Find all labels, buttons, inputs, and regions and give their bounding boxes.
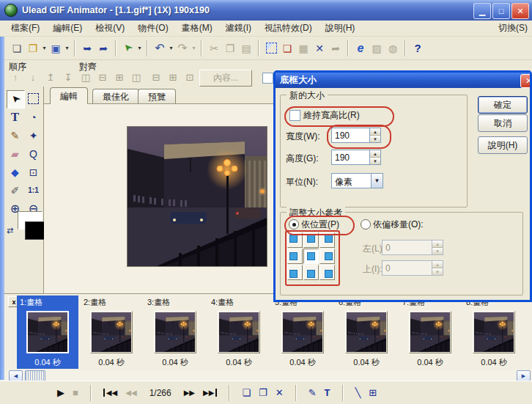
add-image-icon[interactable]: ➥: [79, 40, 95, 56]
height-spinner[interactable]: 190 ▲▼: [331, 150, 381, 165]
context-help-icon[interactable]: ?: [410, 40, 426, 56]
transform-tool[interactable]: ⊡: [25, 164, 42, 180]
eraser-tool[interactable]: ▰: [7, 145, 23, 162]
anchor-top-left[interactable]: [287, 232, 303, 248]
by-position-radio[interactable]: [289, 219, 299, 229]
scrollbar-thumb[interactable]: [25, 370, 45, 381]
trim-icon[interactable]: ✕: [311, 40, 328, 56]
pick-tool[interactable]: ➤: [7, 90, 25, 109]
selection-mode-icon[interactable]: ➤: [120, 40, 136, 56]
first-frame-icon[interactable]: ◀◀: [103, 389, 117, 397]
anchor-bottom-right[interactable]: [319, 265, 335, 280]
scroll-right-icon[interactable]: ▶: [517, 370, 531, 381]
center-both-icon[interactable]: ⊡: [182, 70, 198, 84]
by-offset-label[interactable]: 依偏移量(O):: [373, 218, 424, 231]
by-offset-radio[interactable]: [361, 219, 371, 229]
clipped-checkbox[interactable]: [262, 73, 273, 84]
frame-cell-6[interactable]: 6:畫格 0.04 秒: [336, 295, 397, 369]
align-top-icon[interactable]: ⊞: [111, 70, 128, 84]
stop-icon[interactable]: ■: [73, 387, 78, 398]
browser-preview-icon[interactable]: e: [352, 40, 369, 56]
menu-video-fx[interactable]: 視訊特效(D): [258, 21, 319, 36]
redo-dropdown-icon[interactable]: ▾: [191, 45, 197, 51]
close-button[interactable]: ✕: [511, 3, 529, 19]
export-icon[interactable]: ➦: [328, 40, 344, 56]
frame-cell-5[interactable]: 5:畫格 0.04 秒: [272, 295, 333, 369]
keep-aspect-label[interactable]: 維持寬高比(R): [303, 109, 360, 122]
menu-help[interactable]: 說明(H): [319, 21, 362, 36]
text-tool[interactable]: T: [7, 109, 23, 125]
anchor-bottom-left[interactable]: [287, 265, 303, 280]
anchor-middle-left[interactable]: [287, 249, 303, 264]
play-icon[interactable]: ▶: [57, 387, 64, 398]
undo-dropdown-icon[interactable]: ▾: [168, 45, 174, 51]
align-bottom-icon[interactable]: ◫: [128, 70, 144, 84]
save-dropdown-icon[interactable]: ▾: [64, 45, 70, 51]
delete-frame-icon[interactable]: ✕: [276, 387, 284, 398]
actual-size-tool[interactable]: 1:1: [25, 182, 42, 199]
frame-size-icon[interactable]: [263, 40, 279, 56]
anchor-bottom-center[interactable]: [303, 265, 319, 280]
frame-cell-8[interactable]: 8:畫格 0.04 秒: [463, 295, 525, 369]
menu-frame[interactable]: 畫格(M): [175, 21, 219, 36]
add-frame-icon[interactable]: ❏: [242, 387, 251, 398]
cancel-button[interactable]: 取消: [478, 114, 528, 132]
paste-icon[interactable]: ▤: [238, 40, 254, 56]
frame-cell-4[interactable]: 4:畫格 0.04 秒: [208, 295, 270, 369]
align-left-icon[interactable]: ◫: [78, 70, 94, 84]
tab-preview[interactable]: 預覽: [138, 89, 176, 104]
frame-cell-3[interactable]: 3:畫格 0.04 秒: [144, 295, 206, 369]
move-down-icon[interactable]: ↓: [25, 70, 41, 84]
minimize-button[interactable]: ▁: [473, 3, 491, 19]
menu-file[interactable]: 檔案(F): [4, 21, 46, 36]
unit-dropdown[interactable]: 像素 ▼: [331, 173, 383, 188]
center-horizontal-icon[interactable]: ⊟: [148, 70, 164, 84]
menu-switch[interactable]: 切換(S): [498, 22, 528, 34]
menu-filter[interactable]: 濾鏡(I): [219, 21, 258, 36]
spin-down-icon[interactable]: ▼: [370, 158, 380, 164]
swap-colors-icon[interactable]: ⇄: [7, 226, 13, 235]
selection-dropdown-icon[interactable]: ▾: [136, 45, 143, 51]
add-video-icon[interactable]: ➦: [95, 40, 111, 56]
spin-up-icon[interactable]: ▲: [370, 128, 380, 136]
window-titlebar[interactable]: Ulead GIF Animator - [1.1.gif*] (1X) 190…: [0, 0, 532, 21]
copy-icon[interactable]: ❐: [222, 40, 238, 56]
image-optimizer-icon[interactable]: ▨: [369, 40, 385, 56]
help-button[interactable]: 說明(H): [478, 136, 528, 154]
anchor-middle-right[interactable]: [319, 249, 335, 264]
menu-view[interactable]: 檢視(V): [89, 21, 131, 36]
move-to-bottom-icon[interactable]: ↧: [60, 70, 76, 84]
dropdown-arrow-icon[interactable]: ▼: [371, 173, 383, 188]
frame-properties-icon[interactable]: ⊞: [369, 387, 377, 398]
height-input[interactable]: 190: [331, 150, 369, 165]
center-vertical-icon[interactable]: ⊞: [165, 70, 181, 84]
maximize-button[interactable]: □: [492, 3, 510, 19]
cut-icon[interactable]: ✂: [206, 40, 222, 56]
paintbrush-tool[interactable]: ✎: [7, 127, 23, 144]
width-spin-buttons[interactable]: ▲▼: [369, 128, 381, 143]
anchor-center[interactable]: [303, 249, 319, 264]
optimize-icon[interactable]: ▦: [295, 40, 311, 56]
marquee-tool[interactable]: [25, 90, 42, 107]
previous-frame-icon[interactable]: ◀◀: [125, 389, 136, 397]
dialog-close-button[interactable]: ✕: [520, 74, 532, 88]
gif-file-icon[interactable]: ❏: [279, 40, 295, 56]
paint-frames-icon[interactable]: ✎: [309, 387, 317, 398]
scroll-left-icon[interactable]: ◀: [9, 370, 23, 381]
lasso-tool[interactable]: Q: [25, 145, 42, 162]
duplicate-frame-icon[interactable]: ❐: [259, 387, 267, 398]
properties-button[interactable]: 內容...: [199, 70, 252, 87]
eyedropper-tool[interactable]: ✐: [7, 182, 23, 199]
menu-edit[interactable]: 編輯(E): [46, 21, 89, 36]
save-icon[interactable]: ▣: [48, 40, 64, 56]
menu-object[interactable]: 物件(O): [131, 21, 174, 36]
dialog-titlebar[interactable]: 底框大小: [276, 73, 530, 88]
by-position-label[interactable]: 依位置(P): [301, 218, 339, 231]
frame-cell-2[interactable]: 2:畫格 0.04 秒: [81, 295, 142, 369]
fill-tool[interactable]: ◆: [7, 164, 23, 180]
move-to-top-icon[interactable]: ↥: [43, 70, 59, 84]
magic-wand-tool[interactable]: ✦: [25, 127, 42, 144]
web-export-icon[interactable]: ◍: [385, 40, 401, 56]
animation-wizard-tool[interactable]: ◔: [25, 109, 42, 125]
ok-button[interactable]: 確定: [478, 96, 528, 114]
